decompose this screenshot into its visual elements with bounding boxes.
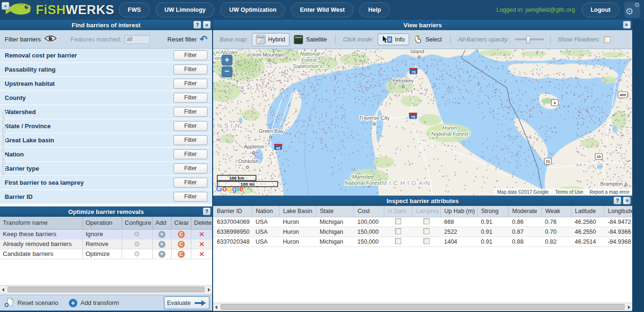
svg-text:75: 75 [411,115,415,119]
lamprey-checkbox[interactable] [423,218,429,224]
is-dam-checkbox[interactable] [395,238,401,244]
filter-barriers-label: Filter barriers [5,36,41,43]
transform-row-keep[interactable]: Keep these barriers Ignore ⚙ + C ✕ [0,229,212,239]
help-button[interactable]: ? [193,21,201,29]
find-barriers-header: Find barriers of interest ? « [0,20,212,30]
features-matched-input[interactable] [124,35,150,44]
filter-button[interactable]: Filter [173,121,207,131]
flowlines-checkbox[interactable] [604,36,611,43]
is-dam-checkbox[interactable] [395,228,401,234]
slider-handle[interactable] [526,36,530,43]
filter-row-removal-cost: Removal cost per barrierFilter [0,49,212,63]
nav-button-help[interactable]: Help [359,2,390,17]
configure-gear-icon[interactable]: ⚙ [134,230,140,238]
clickmode-select-button[interactable]: Select [409,33,446,46]
nav-button-uw-limnology[interactable]: UW Limnology [156,2,215,17]
filter-row-nation: NationFilter [0,148,212,162]
logout-button[interactable]: Logout [582,2,619,17]
filter-button[interactable]: Filter [173,50,207,60]
scrollbar-thumb[interactable] [221,304,625,310]
nav-button-enter-wild-west[interactable]: Enter Wild West [291,2,354,17]
filter-button[interactable]: Filter [173,135,207,145]
opacity-slider[interactable] [515,39,544,41]
barrier-row-1[interactable]: 6337004069 USA Huron Michigan 100,000 66… [213,217,632,227]
basemap-satellite-button[interactable]: Duluth Satellite [289,33,331,46]
zoom-in-button[interactable]: + [222,55,232,66]
filter-button[interactable]: Filter [173,164,207,173]
scroll-right-arrow[interactable] [208,288,210,292]
lamprey-checkbox[interactable] [423,228,429,234]
delete-icon[interactable]: ✕ [199,230,205,238]
svg-text:6: 6 [554,101,556,105]
help-button[interactable]: ? [203,207,211,215]
barrier-row-3[interactable]: 6337020348 USA Huron Michigan 150,000 14… [213,237,632,246]
report-error-link[interactable]: Report a map error [590,189,629,195]
is-dam-checkbox[interactable] [395,218,401,224]
settings-gears-icon[interactable]: ⚙⚙ [624,2,640,18]
delete-icon[interactable]: ✕ [199,250,205,258]
flowlines-label: Show Flowlines: [558,36,600,43]
filter-button[interactable]: Filter [173,93,207,103]
help-button[interactable]: ? [613,197,621,205]
features-matched-label: Features matched: [71,36,122,43]
eye-icon[interactable] [44,35,57,43]
scroll-right-arrow[interactable] [628,305,630,309]
city-dot [402,86,405,88]
clear-icon[interactable]: C [178,231,185,238]
clickmode-info-button[interactable]: Info [378,33,409,45]
filter-button[interactable]: Filter [173,149,207,159]
add-icon[interactable]: + [158,251,165,258]
satellite-thumbnail-icon: Duluth [294,35,303,44]
filter-row-county: CountyFilter [0,91,212,105]
clear-icon[interactable]: C [178,241,185,248]
collapse-up-icon[interactable]: « [623,21,631,29]
left-horizontal-scrollbar[interactable] [0,285,212,294]
scale-bar-km: 100 km [217,175,256,181]
add-icon[interactable]: + [158,231,165,238]
undo-arrow-icon: ↶ [199,36,207,42]
configure-gear-icon[interactable]: ⚙ [134,250,140,258]
filter-button[interactable]: Filter [173,107,207,117]
basemap-hybrid-button[interactable]: Duluth Hybrid [252,33,289,46]
interstate-shield: 43 [274,144,282,150]
evaluate-button[interactable]: Evaluate [164,296,209,309]
barrier-row-2[interactable]: 6336998950 USA Huron Michigan 150,000 25… [213,227,632,237]
reset-scenario-button[interactable]: Reset scenario [4,298,58,308]
filter-button[interactable]: Filter [173,65,207,74]
svg-text:43: 43 [276,146,281,150]
filter-button[interactable]: Filter [173,178,207,188]
provincial-shield: 21 [545,158,552,164]
view-barriers-title: View barriers [404,22,442,29]
interstate-shield: 75 [409,68,418,74]
nav-button-uw-optimization[interactable]: UW Optimization [220,2,285,17]
map-data-text: Map data ©2017 Google [497,189,548,195]
lamprey-checkbox[interactable] [423,238,429,244]
clear-icon[interactable]: C [178,251,185,258]
filter-button[interactable]: Filter [173,192,207,202]
filter-button[interactable]: Filter [173,79,207,89]
filter-row-great-lake-basin: Great Lake basinFilter [0,133,212,148]
arrow-right-icon [194,300,206,306]
add-icon[interactable]: + [158,241,165,248]
nav-button-fws[interactable]: FWS [119,2,150,17]
collapse-down-icon[interactable]: « [623,197,631,205]
scrollbar-thumb[interactable] [8,287,205,292]
scroll-left-arrow[interactable] [215,305,217,309]
configure-gear-icon[interactable]: ⚙ [134,240,140,248]
transform-row-removed[interactable]: Already removed barriers Remove ⚙ + C ✕ [0,239,212,249]
transform-row-candidate[interactable]: Candidate barriers Optimize ⚙ + C ✕ [0,249,212,259]
scroll-left-arrow[interactable] [2,288,4,292]
terms-of-use-link[interactable]: Terms of Use [555,189,583,195]
map-canvas[interactable]: Iron MountainIslandPetoskeyTraverse City… [213,49,632,196]
right-horizontal-scrollbar[interactable] [213,303,632,311]
add-transform-button[interactable]: + Add transform [69,299,119,307]
expand-left-icon[interactable]: « [1,2,9,10]
zoom-out-button[interactable]: − [222,66,232,77]
delete-icon[interactable]: ✕ [199,240,205,248]
city-label: Petoskey [392,78,414,83]
map[interactable]: Iron MountainIslandPetoskeyTraverse City… [213,49,632,196]
reset-filter-button[interactable]: Reset filter ↶ [167,36,207,43]
label-fragment: nt [216,137,221,142]
collapse-left-icon[interactable]: « [203,21,211,29]
view-barriers-panel: View barriers « Base map: Duluth Hybrid … [213,20,632,311]
